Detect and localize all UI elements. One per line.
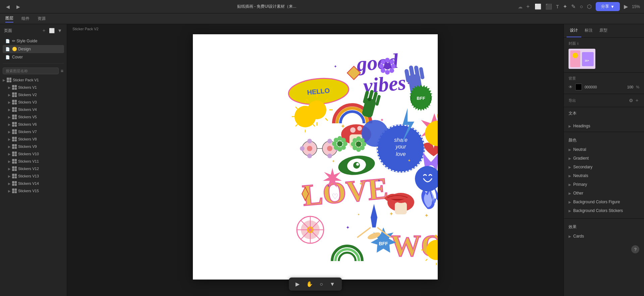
layer-search-input[interactable] (3, 68, 59, 74)
frame-icon (12, 188, 17, 193)
headings-label: Headings (573, 124, 590, 128)
add-tool-button[interactable]: ＋ (525, 3, 531, 10)
color-secondary-row[interactable]: ▶ Secondary (564, 163, 644, 171)
text-tool-button[interactable]: T (556, 4, 559, 9)
layer-item-sticker-pack-v1[interactable]: ▶ Sticker Pack V1 (1, 76, 65, 84)
layer-item-stickers-v14[interactable]: ▶ Stickers V14 (1, 180, 65, 187)
text-section: 文本 (564, 107, 644, 122)
export-add-button[interactable]: ＋ (635, 97, 639, 103)
svg-point-149 (356, 141, 361, 147)
page-view-button[interactable]: ⬜ (48, 27, 55, 34)
svg-text:✦: ✦ (346, 225, 350, 230)
page-icon: 📄 (5, 39, 10, 43)
tab-annotate[interactable]: 标注 (581, 24, 596, 37)
bg-opacity-value[interactable]: 100 (623, 85, 633, 89)
page-icon: 📄 (5, 55, 10, 59)
layer-item-stickers-v5[interactable]: ▶ Stickers V5 (1, 113, 65, 121)
canvas-label: Sticker Pack V2 (72, 27, 99, 31)
cover-section-title: 封面 ℹ (569, 41, 639, 46)
layer-label: Stickers V12 (18, 167, 39, 171)
svg-point-58 (381, 68, 385, 73)
svg-text:✦: ✦ (357, 213, 360, 216)
hand-tool-button[interactable]: ✋ (304, 280, 316, 289)
page-item-cover[interactable]: 📄 Cover (3, 53, 64, 61)
circle-tool-button[interactable]: ○ (580, 4, 583, 10)
layer-item-stickers-v10[interactable]: ▶ Stickers V10 (1, 150, 65, 158)
color-gradient-row[interactable]: ▶ Gradient (564, 154, 644, 163)
color-neutral-label: Neutral (573, 147, 586, 152)
cover-preview-thumbnail[interactable]: 16+ (569, 49, 595, 69)
cloud-icon: ☁ (518, 4, 523, 9)
more-options-button[interactable]: ▼ (327, 280, 338, 289)
svg-point-71 (307, 146, 312, 151)
frame-icon (12, 144, 17, 149)
color-other-row[interactable]: ▶ Other (564, 189, 644, 198)
color-neutrals-row[interactable]: ▶ Neutrals (564, 171, 644, 180)
layer-item-stickers-v1[interactable]: ▶ Stickers V1 (1, 84, 65, 91)
layer-label: Stickers V8 (18, 137, 37, 141)
help-button[interactable]: ? (631, 245, 639, 253)
select-tool-button[interactable]: ▶ (293, 280, 302, 289)
shape-tool-button[interactable]: ✦ (563, 3, 567, 10)
layer-label: Stickers V6 (18, 122, 37, 126)
add-page-button[interactable]: ＋ (41, 27, 47, 34)
layer-item-stickers-v8[interactable]: ▶ Stickers V8 (1, 135, 65, 143)
layer-item-stickers-v7[interactable]: ▶ Stickers V7 (1, 128, 65, 135)
frame-icon (12, 137, 17, 141)
page-item-design[interactable]: 📄 🟡 Design (3, 45, 64, 53)
canvas-area[interactable]: Sticker Pack V2 good vibes LOVE WOW shar… (67, 24, 564, 296)
layer-item-stickers-v11[interactable]: ▶ Stickers V11 (1, 158, 65, 165)
share-button[interactable]: 分享 ▼ (596, 2, 620, 11)
color-section-title: 颜色 (564, 135, 644, 145)
svg-point-73 (307, 139, 312, 143)
svg-point-148 (334, 138, 338, 142)
page-header-actions: ＋ ⬜ ▼ (41, 27, 63, 34)
bg-color-swatch[interactable] (575, 84, 582, 90)
pen-tool-button[interactable]: ✎ (571, 3, 576, 10)
tab-resources[interactable]: 资源 (38, 15, 46, 22)
more-tool-button[interactable]: ⬡ (587, 3, 592, 10)
layer-item-stickers-v3[interactable]: ▶ Stickers V3 (1, 98, 65, 106)
layer-filter-button[interactable]: ≡ (60, 68, 64, 74)
svg-point-53 (385, 58, 390, 62)
export-settings-button[interactable]: ⚙ (629, 97, 633, 103)
color-bg-stickers-row[interactable]: ▶ Background Colors Stickers (564, 206, 644, 215)
tab-prototype[interactable]: 原型 (596, 24, 611, 37)
layer-item-stickers-v2[interactable]: ▶ Stickers V2 (1, 91, 65, 98)
visibility-icon[interactable]: 👁 (569, 85, 573, 89)
crop-tool-button[interactable]: ⬛ (545, 3, 552, 10)
comment-tool-button[interactable]: ○ (317, 280, 326, 289)
layer-item-stickers-v9[interactable]: ▶ Stickers V9 (1, 143, 65, 150)
tab-design[interactable]: 设计 (567, 24, 581, 37)
bg-color-value[interactable]: 000000 (585, 85, 621, 89)
layer-item-stickers-v4[interactable]: ▶ Stickers V4 (1, 106, 65, 113)
page-menu-button[interactable]: ▼ (57, 27, 63, 34)
bg-color-row: 👁 000000 100 % (569, 84, 639, 90)
canvas-wrapper[interactable]: good vibes LOVE WOW share your love HELL… (193, 34, 438, 280)
svg-text:✦: ✦ (434, 233, 438, 239)
headings-row[interactable]: ▶ Headings (564, 122, 644, 130)
play-button[interactable]: ▶ (624, 3, 628, 10)
layer-item-stickers-v6[interactable]: ▶ Stickers V6 (1, 121, 65, 128)
tab-layers[interactable]: 图层 (5, 15, 13, 23)
color-neutral-row[interactable]: ▶ Neutral (564, 145, 644, 154)
secondbar: 图层 组件 资源 (0, 13, 644, 24)
page-item-style-guide[interactable]: 📄 ✏ Style Guide (3, 37, 64, 45)
frame-icon (12, 92, 17, 97)
svg-point-33 (353, 162, 360, 169)
tab-components[interactable]: 组件 (21, 15, 30, 22)
layer-item-stickers-v15[interactable]: ▶ Stickers V15 (1, 187, 65, 195)
layer-item-stickers-v12[interactable]: ▶ Stickers V12 (1, 165, 65, 172)
color-primary-row[interactable]: ▶ Primary (564, 180, 644, 189)
layer-chevron-icon: ▶ (8, 108, 11, 112)
effects-cards-row[interactable]: ▶ Cards (564, 232, 644, 241)
frame-tool-button[interactable]: ⬜ (535, 3, 541, 10)
effects-section: 效果 ▶ Cards (564, 220, 644, 243)
layer-chevron-icon: ▶ (8, 145, 11, 149)
svg-point-75 (300, 146, 305, 151)
layer-item-stickers-v13[interactable]: ▶ Stickers V13 (1, 172, 65, 180)
frame-icon (12, 107, 17, 112)
layer-label: Stickers V2 (18, 93, 37, 97)
svg-point-56 (389, 68, 394, 73)
color-bg-figure-row[interactable]: ▶ Background Colors Figure (564, 198, 644, 206)
